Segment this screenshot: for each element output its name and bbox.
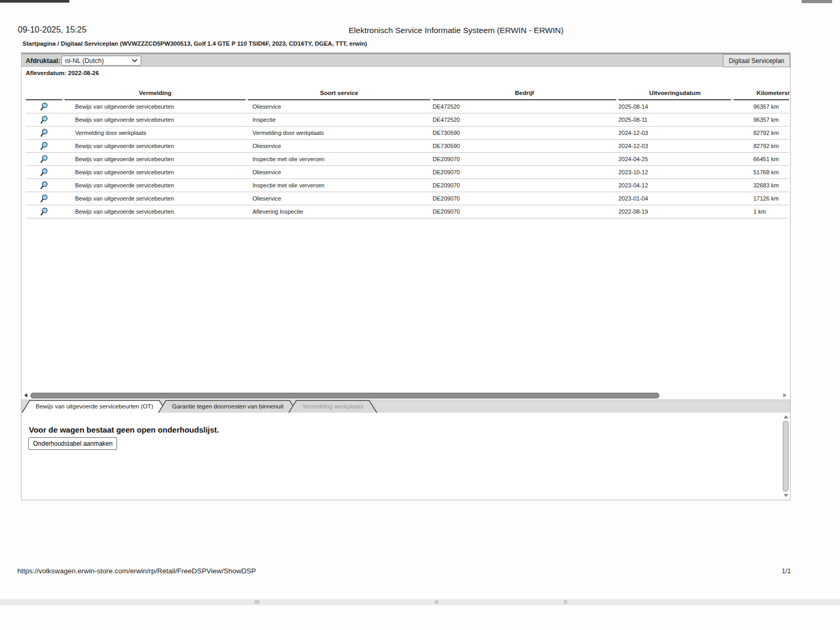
cell-vermelding: Bewijs van uitgevoerde servicebeurten bbox=[65, 117, 246, 123]
cell-bedrijf: DE730590 bbox=[433, 130, 616, 136]
print-language-value: nl-NL (Dutch) bbox=[65, 57, 104, 65]
cell-uitvoeringsdatum: 2024-04-25 bbox=[618, 156, 731, 162]
cell-uitvoeringsdatum: 2024-12-03 bbox=[618, 130, 731, 136]
magnifier-icon[interactable] bbox=[39, 141, 49, 151]
table-row: Vermelding door werkplaats Vermelding do… bbox=[26, 127, 789, 140]
cell-soort-service: Olieservice bbox=[248, 143, 430, 149]
print-datetime: 09-10-2025, 15:25 bbox=[18, 25, 87, 35]
chevron-down-icon bbox=[132, 59, 138, 62]
print-footer-url: https://volkswagen.erwin-store.com/erwin… bbox=[17, 567, 256, 575]
table-header-uitvoeringsdatum: Uitvoeringsdatum bbox=[618, 79, 731, 100]
cell-soort-service: Inspectie met olie verversen bbox=[248, 156, 430, 162]
cell-kilometerstand: 32683 km bbox=[733, 182, 789, 188]
cell-soort-service: Olieservice bbox=[248, 169, 430, 175]
table-row: Bewijs van uitgevoerde servicebeurten In… bbox=[26, 179, 789, 192]
magnifier-icon[interactable] bbox=[39, 115, 49, 124]
create-maintenance-table-button[interactable]: Onderhoudstabel aanmaken bbox=[28, 437, 117, 450]
cell-vermelding: Bewijs van uitgevoerde servicebeurten bbox=[65, 156, 246, 162]
cell-bedrijf: DE209070 bbox=[433, 156, 616, 162]
tab-vermelding-werkplaats: Vermelding werkplaats bbox=[288, 400, 377, 413]
table-header-kilometerstand: Kilometerstand bbox=[733, 79, 789, 100]
magnifier-icon[interactable] bbox=[39, 207, 49, 216]
magnifier-icon[interactable] bbox=[39, 167, 49, 177]
print-footer-page-number: 1/1 bbox=[782, 568, 791, 575]
cell-kilometerstand: 1 km bbox=[733, 208, 789, 215]
cell-bedrijf: DE209070 bbox=[433, 169, 616, 175]
tab-label: Vermelding werkplaats bbox=[302, 403, 363, 410]
cell-kilometerstand: 66451 km bbox=[733, 156, 789, 162]
table-row: Bewijs van uitgevoerde servicebeurten In… bbox=[26, 113, 789, 127]
cell-bedrijf: DE472520 bbox=[433, 103, 616, 110]
cell-kilometerstand: 82792 km bbox=[733, 130, 789, 136]
scroll-right-arrow-icon[interactable] bbox=[783, 393, 786, 397]
horizontal-scrollbar[interactable] bbox=[23, 392, 788, 398]
cell-vermelding: Bewijs van uitgevoerde servicebeurten bbox=[65, 169, 246, 175]
panel-title: Digitaal Serviceplan bbox=[723, 54, 790, 67]
cell-kilometerstand: 82792 km bbox=[733, 143, 789, 149]
table-row: Bewijs van uitgevoerde servicebeurten Ol… bbox=[26, 100, 789, 113]
scroll-down-arrow-icon[interactable] bbox=[784, 494, 788, 497]
cell-bedrijf: DE209070 bbox=[433, 182, 616, 188]
tab-label: Garantie tegen doorroesten van binnenuit bbox=[172, 403, 284, 410]
print-language-select[interactable]: nl-NL (Dutch) bbox=[61, 56, 141, 66]
cell-soort-service: Olieservice bbox=[248, 103, 430, 110]
cell-kilometerstand: 96357 km bbox=[733, 117, 789, 123]
cell-uitvoeringsdatum: 2023-04-12 bbox=[618, 182, 731, 188]
scroll-up-arrow-icon[interactable] bbox=[784, 415, 788, 418]
cell-bedrijf: DE209070 bbox=[433, 208, 616, 215]
delivery-date: Afleverdatum: 2022-08-26 bbox=[26, 70, 99, 76]
table-row: Bewijs van uitgevoerde servicebeurten Af… bbox=[26, 205, 789, 218]
table-header-soort-service: Soort service bbox=[248, 79, 430, 100]
print-language-label: Afdruktaal: bbox=[26, 57, 60, 65]
magnifier-icon[interactable] bbox=[39, 128, 49, 138]
scroll-left-arrow-icon[interactable] bbox=[24, 393, 27, 397]
tab-label: Bewijs van uitgevoerde servicebeurten (O… bbox=[36, 403, 153, 410]
table-header-row: Vermelding Soort service Bedrijf Uitvoer… bbox=[26, 79, 789, 100]
table-header-icon-column bbox=[26, 79, 62, 100]
table-header-vermelding: Vermelding bbox=[65, 79, 246, 100]
cell-vermelding: Bewijs van uitgevoerde servicebeurten bbox=[65, 103, 246, 110]
scan-artifact bbox=[0, 599, 840, 605]
table-row: Bewijs van uitgevoerde servicebeurten Ol… bbox=[26, 166, 789, 179]
cell-vermelding: Bewijs van uitgevoerde servicebeurten bbox=[65, 208, 246, 215]
cell-vermelding: Vermelding door werkplaats bbox=[65, 130, 246, 136]
magnifier-icon[interactable] bbox=[39, 181, 49, 190]
service-history-table: Vermelding Soort service Bedrijf Uitvoer… bbox=[26, 79, 789, 218]
cell-soort-service: Inspectie bbox=[248, 117, 430, 123]
cell-bedrijf: DE730590 bbox=[433, 143, 616, 149]
tab-bewijs-servicebeurten[interactable]: Bewijs van uitgevoerde servicebeurten (O… bbox=[22, 400, 167, 413]
scan-artifact bbox=[0, 0, 69, 3]
cell-vermelding: Bewijs van uitgevoerde servicebeurten bbox=[65, 182, 246, 188]
cell-uitvoeringsdatum: 2022-08-19 bbox=[618, 208, 731, 215]
cell-soort-service: Inspectie met olie verversen bbox=[248, 182, 430, 188]
scan-artifact bbox=[802, 0, 832, 3]
cell-uitvoeringsdatum: 2025-08-14 bbox=[618, 103, 731, 110]
breadcrumb: Startpagina / Digitaal Serviceplan (WVWZ… bbox=[23, 40, 367, 47]
maintenance-panel: Voor de wagen bestaat geen open onderhou… bbox=[22, 413, 790, 499]
cell-soort-service: Olieservice bbox=[248, 195, 430, 202]
tab-garantie-doorroesten[interactable]: Garantie tegen doorroesten van binnenuit bbox=[158, 400, 298, 413]
cell-kilometerstand: 51768 km bbox=[733, 169, 789, 175]
table-row: Bewijs van uitgevoerde servicebeurten In… bbox=[26, 153, 789, 166]
cell-vermelding: Bewijs van uitgevoerde servicebeurten bbox=[65, 195, 246, 202]
tab-strip: Bewijs van uitgevoerde servicebeurten (O… bbox=[22, 400, 790, 413]
cell-vermelding: Bewijs van uitgevoerde servicebeurten bbox=[65, 143, 246, 149]
table-row: Bewijs van uitgevoerde servicebeurten Ol… bbox=[26, 140, 789, 153]
cell-uitvoeringsdatum: 2024-12-03 bbox=[618, 143, 731, 149]
vertical-scrollbar-thumb[interactable] bbox=[783, 421, 789, 491]
cell-uitvoeringsdatum: 2025-08-11 bbox=[618, 117, 731, 123]
horizontal-scrollbar-thumb[interactable] bbox=[30, 393, 659, 398]
no-open-maintenance-message: Voor de wagen bestaat geen open onderhou… bbox=[29, 425, 219, 434]
vertical-scrollbar[interactable] bbox=[782, 414, 789, 498]
magnifier-icon[interactable] bbox=[39, 194, 49, 203]
cell-kilometerstand: 96357 km bbox=[733, 103, 789, 110]
table-header-bedrijf: Bedrijf bbox=[433, 79, 616, 100]
cell-soort-service: Vermelding door werkplaats bbox=[248, 130, 430, 136]
table-body: Bewijs van uitgevoerde servicebeurten Ol… bbox=[26, 100, 789, 218]
cell-uitvoeringsdatum: 2023-01-04 bbox=[618, 195, 731, 202]
cell-bedrijf: DE472520 bbox=[433, 117, 616, 123]
table-row: Bewijs van uitgevoerde servicebeurten Ol… bbox=[26, 192, 789, 205]
cell-kilometerstand: 17126 km bbox=[733, 195, 789, 202]
magnifier-icon[interactable] bbox=[39, 154, 49, 164]
magnifier-icon[interactable] bbox=[39, 102, 49, 111]
